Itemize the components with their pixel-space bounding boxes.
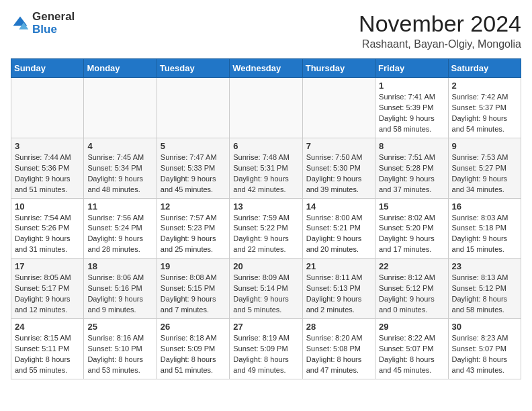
calendar-cell: 30Sunrise: 8:23 AM Sunset: 5:07 PM Dayli… <box>448 319 521 379</box>
day-detail: Sunrise: 7:56 AM Sunset: 5:24 PM Dayligh… <box>87 213 152 256</box>
day-number: 18 <box>87 261 152 271</box>
logo-blue: Blue <box>32 24 75 36</box>
day-detail: Sunrise: 8:09 AM Sunset: 5:14 PM Dayligh… <box>233 273 298 316</box>
calendar-cell: 15Sunrise: 8:02 AM Sunset: 5:20 PM Dayli… <box>375 198 448 259</box>
calendar-cell: 18Sunrise: 8:06 AM Sunset: 5:16 PM Dayli… <box>84 259 157 319</box>
calendar-week-row: 1Sunrise: 7:41 AM Sunset: 5:39 PM Daylig… <box>11 78 521 138</box>
calendar-cell: 13Sunrise: 7:59 AM Sunset: 5:22 PM Dayli… <box>230 198 302 259</box>
calendar-cell: 6Sunrise: 7:48 AM Sunset: 5:31 PM Daylig… <box>230 138 302 198</box>
calendar-cell: 10Sunrise: 7:54 AM Sunset: 5:26 PM Dayli… <box>11 198 84 259</box>
calendar-table: SundayMondayTuesdayWednesdayThursdayFrid… <box>11 58 521 379</box>
day-number: 22 <box>379 261 444 271</box>
calendar-cell: 25Sunrise: 8:16 AM Sunset: 5:10 PM Dayli… <box>84 319 157 379</box>
calendar-cell: 21Sunrise: 8:11 AM Sunset: 5:13 PM Dayli… <box>302 259 375 319</box>
calendar-cell: 26Sunrise: 8:18 AM Sunset: 5:09 PM Dayli… <box>157 319 229 379</box>
calendar-cell: 24Sunrise: 8:15 AM Sunset: 5:11 PM Dayli… <box>11 319 84 379</box>
day-number: 26 <box>161 322 226 332</box>
day-detail: Sunrise: 8:15 AM Sunset: 5:11 PM Dayligh… <box>15 333 80 376</box>
day-detail: Sunrise: 7:53 AM Sunset: 5:27 PM Dayligh… <box>452 152 517 195</box>
day-number: 8 <box>379 141 444 151</box>
day-number: 27 <box>233 322 298 332</box>
day-detail: Sunrise: 7:51 AM Sunset: 5:28 PM Dayligh… <box>379 152 444 195</box>
calendar-cell <box>11 78 84 138</box>
calendar-week-row: 3Sunrise: 7:44 AM Sunset: 5:36 PM Daylig… <box>11 138 521 198</box>
day-detail: Sunrise: 7:44 AM Sunset: 5:36 PM Dayligh… <box>15 152 80 195</box>
calendar-week-row: 17Sunrise: 8:05 AM Sunset: 5:17 PM Dayli… <box>11 259 521 319</box>
day-number: 24 <box>15 322 80 332</box>
day-number: 4 <box>87 141 152 151</box>
day-number: 28 <box>306 322 371 332</box>
day-number: 16 <box>452 201 517 212</box>
day-number: 9 <box>452 141 517 151</box>
day-detail: Sunrise: 7:45 AM Sunset: 5:34 PM Dayligh… <box>87 152 152 195</box>
header-tuesday: Tuesday <box>157 59 229 78</box>
day-detail: Sunrise: 8:06 AM Sunset: 5:16 PM Dayligh… <box>87 273 152 316</box>
header-sunday: Sunday <box>11 59 84 78</box>
calendar-cell <box>157 78 229 138</box>
calendar-cell: 27Sunrise: 8:19 AM Sunset: 5:09 PM Dayli… <box>230 319 302 379</box>
day-number: 25 <box>87 322 152 332</box>
day-detail: Sunrise: 8:11 AM Sunset: 5:13 PM Dayligh… <box>306 273 371 316</box>
calendar-week-row: 10Sunrise: 7:54 AM Sunset: 5:26 PM Dayli… <box>11 198 521 259</box>
calendar-cell <box>302 78 375 138</box>
calendar-cell: 7Sunrise: 7:50 AM Sunset: 5:30 PM Daylig… <box>302 138 375 198</box>
calendar-cell: 5Sunrise: 7:47 AM Sunset: 5:33 PM Daylig… <box>157 138 229 198</box>
calendar-cell: 20Sunrise: 8:09 AM Sunset: 5:14 PM Dayli… <box>230 259 302 319</box>
calendar-cell: 28Sunrise: 8:20 AM Sunset: 5:08 PM Dayli… <box>302 319 375 379</box>
calendar-cell: 8Sunrise: 7:51 AM Sunset: 5:28 PM Daylig… <box>375 138 448 198</box>
day-detail: Sunrise: 8:13 AM Sunset: 5:12 PM Dayligh… <box>452 273 517 316</box>
calendar-week-row: 24Sunrise: 8:15 AM Sunset: 5:11 PM Dayli… <box>11 319 521 379</box>
calendar-cell: 1Sunrise: 7:41 AM Sunset: 5:39 PM Daylig… <box>375 78 448 138</box>
calendar-cell: 17Sunrise: 8:05 AM Sunset: 5:17 PM Dayli… <box>11 259 84 319</box>
header-saturday: Saturday <box>448 59 521 78</box>
day-detail: Sunrise: 8:20 AM Sunset: 5:08 PM Dayligh… <box>306 333 371 376</box>
header-wednesday: Wednesday <box>230 59 302 78</box>
day-detail: Sunrise: 8:03 AM Sunset: 5:18 PM Dayligh… <box>452 213 517 256</box>
logo-general: General <box>32 11 75 24</box>
calendar-cell: 29Sunrise: 8:22 AM Sunset: 5:07 PM Dayli… <box>375 319 448 379</box>
calendar-cell <box>230 78 302 138</box>
day-number: 30 <box>452 322 517 332</box>
calendar-cell: 16Sunrise: 8:03 AM Sunset: 5:18 PM Dayli… <box>448 198 521 259</box>
day-detail: Sunrise: 7:42 AM Sunset: 5:37 PM Dayligh… <box>452 92 517 135</box>
day-detail: Sunrise: 8:18 AM Sunset: 5:09 PM Dayligh… <box>161 333 226 376</box>
logo-text: General Blue <box>32 11 75 36</box>
day-number: 23 <box>452 261 517 271</box>
day-detail: Sunrise: 7:47 AM Sunset: 5:33 PM Dayligh… <box>161 152 226 195</box>
calendar-header-row: SundayMondayTuesdayWednesdayThursdayFrid… <box>11 59 521 78</box>
header-thursday: Thursday <box>302 59 375 78</box>
header-friday: Friday <box>375 59 448 78</box>
calendar-cell: 14Sunrise: 8:00 AM Sunset: 5:21 PM Dayli… <box>302 198 375 259</box>
day-number: 2 <box>452 81 517 91</box>
day-detail: Sunrise: 7:41 AM Sunset: 5:39 PM Dayligh… <box>379 92 444 135</box>
calendar-cell: 9Sunrise: 7:53 AM Sunset: 5:27 PM Daylig… <box>448 138 521 198</box>
header-monday: Monday <box>84 59 157 78</box>
day-number: 7 <box>306 141 371 151</box>
calendar-cell: 11Sunrise: 7:56 AM Sunset: 5:24 PM Dayli… <box>84 198 157 259</box>
day-number: 14 <box>306 201 371 212</box>
calendar-cell: 19Sunrise: 8:08 AM Sunset: 5:15 PM Dayli… <box>157 259 229 319</box>
day-detail: Sunrise: 8:12 AM Sunset: 5:12 PM Dayligh… <box>379 273 444 316</box>
day-detail: Sunrise: 8:02 AM Sunset: 5:20 PM Dayligh… <box>379 213 444 256</box>
day-detail: Sunrise: 8:22 AM Sunset: 5:07 PM Dayligh… <box>379 333 444 376</box>
day-detail: Sunrise: 8:23 AM Sunset: 5:07 PM Dayligh… <box>452 333 517 376</box>
day-detail: Sunrise: 7:59 AM Sunset: 5:22 PM Dayligh… <box>233 213 298 256</box>
day-number: 5 <box>161 141 226 151</box>
calendar-cell: 12Sunrise: 7:57 AM Sunset: 5:23 PM Dayli… <box>157 198 229 259</box>
day-number: 17 <box>15 261 80 271</box>
day-number: 19 <box>161 261 226 271</box>
day-number: 12 <box>161 201 226 212</box>
day-number: 1 <box>379 81 444 91</box>
day-number: 3 <box>15 141 80 151</box>
day-detail: Sunrise: 7:54 AM Sunset: 5:26 PM Dayligh… <box>15 213 80 256</box>
month-year-title: November 2024 <box>359 11 521 37</box>
logo-icon <box>11 14 30 33</box>
day-number: 10 <box>15 201 80 212</box>
day-number: 20 <box>233 261 298 271</box>
day-detail: Sunrise: 8:05 AM Sunset: 5:17 PM Dayligh… <box>15 273 80 316</box>
calendar-cell: 4Sunrise: 7:45 AM Sunset: 5:34 PM Daylig… <box>84 138 157 198</box>
day-detail: Sunrise: 7:57 AM Sunset: 5:23 PM Dayligh… <box>161 213 226 256</box>
day-detail: Sunrise: 7:50 AM Sunset: 5:30 PM Dayligh… <box>306 152 371 195</box>
calendar-cell: 2Sunrise: 7:42 AM Sunset: 5:37 PM Daylig… <box>448 78 521 138</box>
calendar-cell: 22Sunrise: 8:12 AM Sunset: 5:12 PM Dayli… <box>375 259 448 319</box>
